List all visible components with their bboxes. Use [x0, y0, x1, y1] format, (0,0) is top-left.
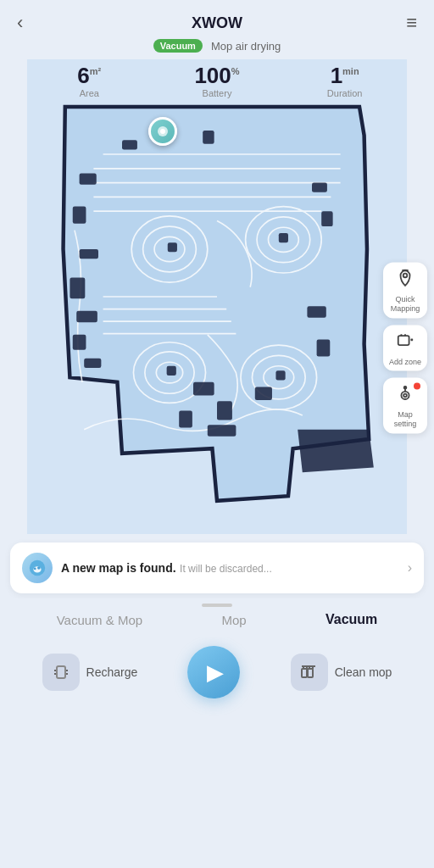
clean-mop-label: Clean mop — [335, 665, 392, 679]
clean-mop-button[interactable]: Clean mop — [291, 654, 392, 691]
quick-mapping-icon — [396, 270, 415, 292]
notification-text: A new map is found. It will be discarded… — [61, 560, 399, 576]
map-setting-label: Map setting — [387, 410, 424, 429]
tab-vacuum-mop[interactable]: Vacuum & Mop — [50, 609, 149, 631]
tab-vacuum[interactable]: Vacuum — [319, 609, 384, 631]
recharge-button[interactable]: Recharge — [42, 654, 138, 691]
svg-rect-57 — [302, 669, 307, 677]
battery-label: Battery — [187, 88, 247, 98]
area-stat: 6m² Area — [59, 64, 119, 98]
svg-rect-37 — [217, 401, 232, 420]
back-button[interactable]: ‹ — [17, 12, 44, 34]
svg-point-54 — [34, 568, 36, 570]
robot-icon — [148, 117, 177, 146]
map-canvas[interactable]: 6m² Area 100% Battery 1min Duration — [0, 59, 434, 534]
map-setting-icon — [396, 385, 415, 408]
menu-button[interactable]: ≡ — [390, 12, 417, 34]
recharge-icon — [42, 654, 80, 691]
svg-rect-33 — [279, 233, 288, 242]
svg-rect-41 — [312, 183, 327, 192]
status-text: Mop air drying — [211, 40, 281, 53]
svg-point-50 — [403, 394, 407, 398]
svg-rect-34 — [167, 366, 176, 376]
area-unit: m² — [90, 66, 101, 76]
notification-arrow: › — [408, 560, 412, 576]
battery-value: 100% — [187, 64, 247, 86]
svg-rect-32 — [168, 242, 177, 252]
add-zone-label: Add zone — [389, 357, 421, 366]
duration-value: 1min — [315, 64, 375, 86]
svg-rect-56 — [57, 666, 65, 678]
svg-point-51 — [404, 387, 407, 389]
svg-rect-35 — [275, 370, 285, 380]
notification-icon — [22, 553, 53, 583]
svg-rect-28 — [84, 359, 101, 368]
add-zone-button[interactable]: Add zone — [383, 325, 427, 371]
area-label: Area — [59, 88, 119, 98]
svg-rect-26 — [76, 311, 97, 322]
svg-rect-22 — [80, 173, 97, 184]
svg-rect-24 — [80, 249, 98, 259]
notification-sub: It will be discarded... — [180, 563, 272, 575]
svg-point-47 — [403, 274, 408, 278]
svg-rect-29 — [122, 140, 137, 149]
play-icon: ▶ — [207, 659, 224, 686]
svg-rect-23 — [73, 207, 86, 224]
svg-rect-42 — [321, 211, 332, 226]
map-controls: Quick Mapping Add zone — [383, 263, 427, 434]
add-zone-icon — [396, 331, 415, 354]
map-image — [0, 59, 434, 534]
svg-rect-31 — [203, 131, 214, 144]
svg-rect-39 — [208, 425, 236, 436]
play-button[interactable]: ▶ — [187, 646, 240, 698]
notification-main: A new map is found. — [61, 561, 176, 575]
duration-unit: min — [342, 66, 359, 76]
map-wrapper: 6m² Area 100% Battery 1min Duration — [0, 59, 434, 537]
mode-tabs: Vacuum & Mop Mop Vacuum — [0, 598, 434, 637]
notification-dot — [414, 383, 420, 390]
status-bar: Vacuum Mop air drying — [0, 37, 434, 59]
quick-mapping-button[interactable]: Quick Mapping — [383, 263, 427, 319]
svg-rect-40 — [179, 410, 192, 427]
header: ‹ XWOW ≡ — [0, 0, 434, 37]
svg-point-46 — [160, 129, 165, 134]
tab-drag-indicator — [202, 604, 232, 607]
map-setting-button[interactable]: Map setting — [383, 378, 427, 434]
svg-point-49 — [401, 392, 409, 399]
notification-banner[interactable]: A new map is found. It will be discarded… — [10, 542, 424, 593]
svg-rect-27 — [73, 335, 86, 350]
svg-point-55 — [37, 566, 41, 570]
svg-rect-44 — [317, 339, 331, 356]
clean-mop-icon — [291, 654, 328, 691]
battery-stat: 100% Battery — [187, 64, 247, 98]
svg-rect-38 — [255, 387, 272, 400]
quick-mapping-label: Quick Mapping — [387, 295, 424, 314]
app-title: XWOW — [44, 14, 390, 32]
svg-rect-43 — [307, 306, 326, 317]
tab-mop[interactable]: Mop — [214, 609, 253, 631]
vacuum-badge: Vacuum — [153, 39, 203, 53]
svg-rect-48 — [398, 336, 409, 345]
battery-unit: % — [231, 66, 240, 76]
duration-label: Duration — [315, 88, 375, 98]
stats-bar: 6m² Area 100% Battery 1min Duration — [0, 59, 434, 98]
area-value: 6m² — [59, 64, 119, 86]
svg-rect-25 — [70, 278, 85, 299]
recharge-label: Recharge — [86, 665, 138, 679]
duration-stat: 1min Duration — [315, 64, 375, 98]
svg-rect-58 — [308, 669, 313, 677]
svg-rect-36 — [193, 382, 214, 396]
bottom-actions: Recharge ▶ Clean mop — [0, 637, 434, 724]
